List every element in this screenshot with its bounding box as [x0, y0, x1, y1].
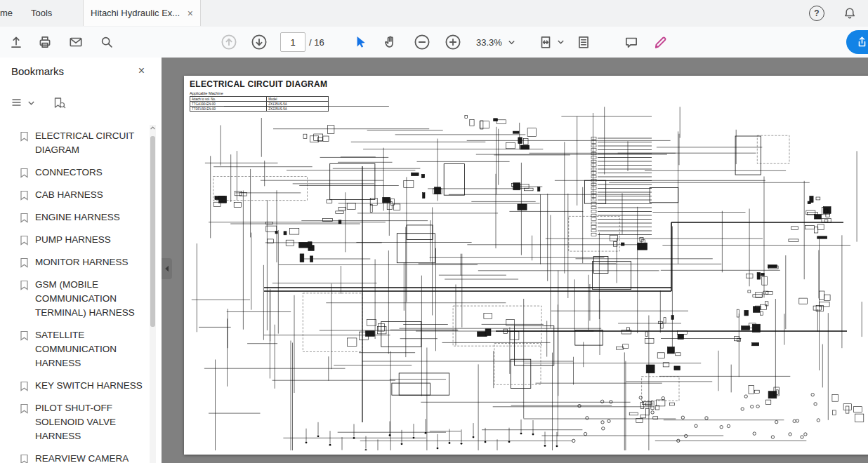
share-icon [855, 35, 868, 49]
bookmark-icon [20, 280, 29, 290]
bookmark-label: PUMP HARNESS [35, 233, 111, 247]
print-button[interactable] [37, 34, 53, 50]
bookmark-icon [20, 330, 29, 341]
hand-tool-button[interactable] [383, 34, 398, 50]
sidebar-scrollbar[interactable] [150, 125, 156, 463]
pointer-cursor-icon [353, 34, 368, 50]
diagram-title: ELECTRICAL CIRCUIT DIAGRAM [190, 79, 327, 89]
document-canvas: ELECTRICAL CIRCUIT DIAGRAM Applicable Ma… [162, 58, 868, 463]
bookmark-item[interactable]: KEY SWITCH HARNESS [20, 375, 145, 397]
scrolling-pages-icon [576, 34, 591, 50]
table-caption: Applicable Machine [190, 91, 329, 95]
share-document-button[interactable] [846, 30, 868, 54]
comment-tool-button[interactable] [624, 34, 639, 50]
bookmark-label: REARVIEW CAMERA HARNESS [35, 452, 145, 463]
pdf-viewer-window: me Tools Hitachi Hydraulic Ex... × ? [0, 0, 868, 463]
printer-icon [37, 34, 53, 50]
bookmark-icon [20, 213, 29, 223]
chevron-left-icon [164, 265, 169, 272]
chevron-down-icon[interactable] [28, 101, 34, 105]
zoom-level-dropdown[interactable]: 33.3% [476, 37, 515, 48]
search-icon [99, 34, 114, 50]
bookmark-icon [20, 454, 29, 463]
bookmark-label: KEY SWITCH HARNESS [35, 379, 143, 393]
bookmark-item[interactable]: REARVIEW CAMERA HARNESS [20, 448, 145, 463]
bookmark-label: SATELLITE COMMUNICATION HARNESS [35, 328, 145, 370]
scrollbar-thumb[interactable] [150, 136, 155, 327]
notifications-bell-icon[interactable] [843, 6, 857, 20]
bookmark-item[interactable]: ENGINE HARNESS [20, 206, 145, 229]
select-tool-button[interactable] [353, 34, 368, 50]
bookmark-label: CONNECTORS [35, 166, 103, 180]
bookmark-list: ELECTRICAL CIRCUIT DIAGRAM CONNECTORS CA… [0, 123, 145, 463]
search-button[interactable] [99, 34, 114, 50]
zoom-level-value: 33.3% [476, 37, 502, 48]
zoom-out-button[interactable] [414, 34, 430, 51]
bookmark-item[interactable]: GSM (MOBILE COMMUNICATION TERMINAL) HARN… [20, 274, 145, 324]
bookmark-icon [20, 168, 29, 178]
bookmark-item[interactable]: ELECTRICAL CIRCUIT DIAGRAM [20, 125, 145, 161]
bookmark-icon [20, 403, 29, 414]
document-tab-label: Hitachi Hydraulic Ex... [91, 8, 183, 18]
bookmark-icon [20, 257, 29, 268]
envelope-icon [68, 34, 84, 50]
zoom-in-button[interactable] [445, 34, 461, 51]
comment-bubble-icon [624, 34, 639, 50]
help-icon[interactable]: ? [809, 6, 824, 21]
previous-page-button[interactable] [221, 34, 237, 51]
highlighter-pen-icon [652, 34, 669, 51]
arrow-up-circle-icon [221, 34, 237, 51]
bookmark-icon [20, 381, 29, 391]
scroll-up-icon[interactable] [150, 126, 156, 130]
fit-page-icon [538, 34, 553, 50]
bookmark-label: GSM (MOBILE COMMUNICATION TERMINAL) HARN… [35, 278, 145, 320]
bookmarks-toolbar [11, 94, 66, 112]
bookmark-item[interactable]: PUMP HARNESS [20, 229, 145, 251]
close-tab-icon[interactable]: × [188, 8, 193, 19]
next-page-button[interactable] [251, 34, 268, 51]
bookmark-icon [20, 190, 29, 201]
tab-bar: me Tools Hitachi Hydraulic Ex... × ? [0, 0, 868, 27]
bookmark-label: PILOT SHUT-OFF SOLENOID VALVE HARNESS [35, 401, 145, 443]
page-number-input[interactable] [280, 32, 305, 52]
highlight-tool-button[interactable] [652, 34, 669, 51]
bookmark-label: ENGINE HARNESS [35, 210, 120, 224]
page-count-label: / 16 [309, 37, 324, 48]
bookmark-icon [20, 131, 29, 142]
bookmark-options-icon[interactable] [11, 98, 24, 109]
hand-icon [383, 34, 398, 50]
page-scrolling-button[interactable] [576, 34, 591, 50]
fit-width-dropdown[interactable] [538, 34, 564, 50]
email-button[interactable] [68, 34, 84, 50]
save-file-button[interactable] [8, 34, 24, 50]
close-panel-icon[interactable]: × [138, 65, 145, 77]
bookmark-label: ELECTRICAL CIRCUIT DIAGRAM [35, 129, 145, 157]
bookmarks-panel: Bookmarks × ELE [0, 58, 162, 463]
tab-home[interactable]: me [0, 0, 13, 27]
tab-tools[interactable]: Tools [21, 0, 62, 27]
bookmark-icon [20, 235, 29, 246]
bookmark-item[interactable]: PILOT SHUT-OFF SOLENOID VALVE HARNESS [20, 397, 145, 448]
upload-icon [8, 34, 24, 50]
minus-circle-icon [414, 34, 430, 51]
bookmark-item[interactable]: SATELLITE COMMUNICATION HARNESS [20, 324, 145, 375]
chevron-down-icon [558, 40, 564, 44]
bookmarks-header: Bookmarks × [0, 58, 162, 87]
bookmark-item[interactable]: CONNECTORS [20, 161, 145, 184]
main-toolbar: / 16 33.3% [0, 27, 868, 58]
plus-circle-icon [445, 34, 461, 51]
tab-document[interactable]: Hitachi Hydraulic Ex... × [83, 0, 201, 26]
bookmark-item[interactable]: CAB HARNESS [20, 184, 145, 206]
locate-bookmark-icon[interactable] [53, 97, 66, 109]
pdf-page: ELECTRICAL CIRCUIT DIAGRAM Applicable Ma… [184, 76, 868, 455]
circuit-diagram-graphic [187, 100, 868, 450]
collapse-sidebar-button[interactable] [162, 258, 172, 279]
bookmarks-title: Bookmarks [11, 65, 64, 77]
arrow-down-circle-icon [251, 34, 268, 51]
bookmark-label: MONITOR HARNESS [35, 255, 129, 269]
bookmark-item[interactable]: MONITOR HARNESS [20, 251, 145, 274]
bookmark-label: CAB HARNESS [35, 188, 103, 202]
chevron-down-icon [508, 40, 515, 44]
